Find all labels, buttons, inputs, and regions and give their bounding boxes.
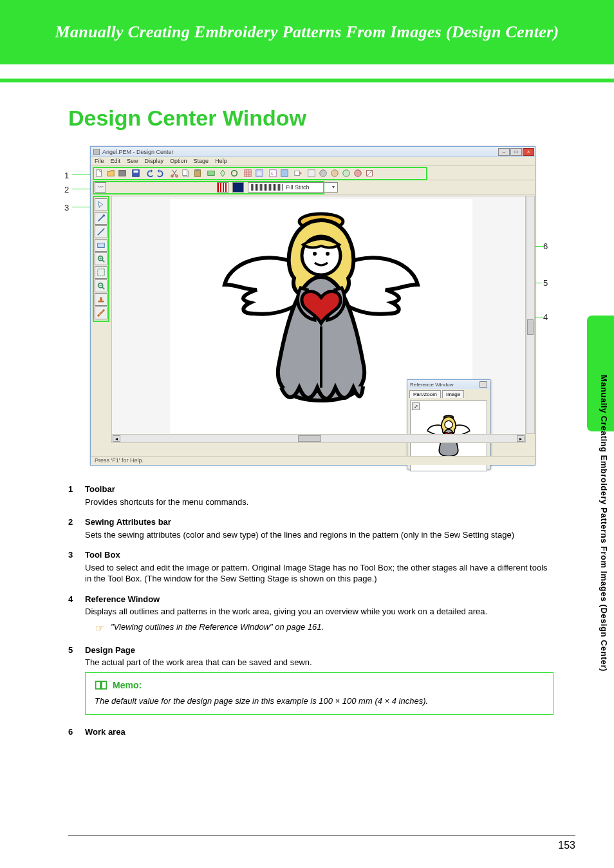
menu-stage[interactable]: Stage — [194, 158, 209, 165]
sewing-attributes-bar: 〰 Fill Stitch ▾ — [91, 180, 535, 194]
memo-text: The default value for the design page si… — [95, 695, 544, 707]
tool-f-icon[interactable] — [364, 167, 375, 178]
reference-window-title: Reference Window — [410, 382, 454, 388]
copy-icon[interactable] — [180, 167, 191, 178]
menu-option[interactable]: Option — [170, 158, 187, 165]
menu-edit[interactable]: Edit — [111, 158, 121, 165]
separator — [167, 167, 168, 178]
measure-tool-icon[interactable] — [95, 307, 107, 319]
legend-title: Sewing Attributes bar — [85, 516, 554, 528]
header-banner: Manually Creating Embroidery Patterns Fr… — [0, 0, 614, 64]
scroll-left-icon[interactable]: ◂ — [113, 435, 120, 442]
svg-rect-18 — [294, 171, 299, 175]
svg-point-11 — [231, 170, 237, 176]
reference-tab-panzoom[interactable]: Pan/Zoom — [409, 390, 441, 398]
menu-sew[interactable]: Sew — [127, 158, 138, 165]
embroidery-artwork — [218, 194, 424, 422]
zoom-out-tool-icon[interactable] — [95, 279, 107, 292]
new-icon[interactable] — [93, 167, 104, 178]
open-icon[interactable] — [105, 167, 116, 178]
tool-a-icon[interactable] — [306, 167, 317, 178]
footer-rule — [68, 835, 575, 836]
svg-rect-31 — [100, 297, 102, 301]
menu-file[interactable]: File — [95, 158, 104, 165]
stitch-sim-icon[interactable]: S — [267, 167, 278, 178]
tool-e-icon[interactable] — [352, 167, 363, 178]
point-edit-tool-icon[interactable] — [95, 212, 107, 225]
toolbar: S — [91, 166, 535, 180]
realistic-icon[interactable] — [279, 167, 290, 178]
preview-icon[interactable] — [254, 167, 265, 178]
tool-d-icon[interactable] — [340, 167, 351, 178]
vertical-scrollbar[interactable] — [526, 196, 535, 434]
svg-rect-30 — [98, 301, 104, 303]
zoom-fit-tool-icon[interactable] — [95, 266, 107, 279]
horizontal-scrollbar[interactable]: ◂ ▸ — [111, 434, 526, 443]
tool-box — [93, 196, 109, 322]
svg-rect-7 — [182, 169, 187, 175]
stitch-type-dropdown[interactable]: Fill Stitch ▾ — [248, 182, 338, 193]
tool-b-icon[interactable] — [317, 167, 328, 178]
svg-point-35 — [326, 252, 330, 256]
stage2-icon[interactable] — [217, 167, 228, 178]
separator — [290, 167, 292, 178]
menu-display[interactable]: Display — [145, 158, 164, 165]
svg-point-34 — [313, 252, 317, 256]
stitch-type-label: Fill Stitch — [286, 184, 310, 191]
close-button[interactable]: × — [523, 148, 534, 156]
maximize-button[interactable]: ▭ — [510, 148, 522, 156]
stage1-icon[interactable] — [205, 167, 216, 178]
paste-icon[interactable] — [192, 167, 203, 178]
reference-window-titlebar[interactable]: Reference Window — [407, 380, 490, 389]
legend-title: Tool Box — [85, 549, 554, 561]
grid-icon[interactable] — [242, 167, 253, 178]
tool-c-icon[interactable] — [329, 167, 340, 178]
svg-rect-1 — [118, 170, 126, 176]
save-icon[interactable] — [130, 167, 141, 178]
side-vertical-text: Manually Creating Embroidery Patterns Fr… — [599, 375, 609, 672]
scroll-thumb[interactable] — [527, 319, 534, 335]
select-tool-icon[interactable] — [95, 198, 107, 211]
stamp-tool-icon[interactable] — [95, 293, 107, 306]
undo-icon[interactable] — [144, 167, 154, 178]
line-stitch-swatch[interactable] — [217, 182, 228, 193]
callout-num-4: 4 — [543, 312, 548, 322]
cut-icon[interactable] — [169, 167, 180, 178]
line-tool-icon[interactable] — [95, 225, 107, 238]
zoom-in-tool-icon[interactable] — [95, 252, 107, 265]
stage3-icon[interactable] — [228, 167, 239, 178]
callout-num-3: 3 — [64, 203, 69, 212]
work-area[interactable]: Reference Window Pan/Zoom Image ⤢ — [111, 196, 526, 443]
import-icon[interactable] — [116, 167, 127, 178]
legend-num: 6 — [68, 726, 77, 739]
reference-window-button[interactable] — [479, 381, 487, 388]
svg-point-20 — [319, 169, 326, 176]
menu-help[interactable]: Help — [215, 158, 227, 165]
screenshot-figure: 1 2 3 6 5 4 Angel.PEM - Design Center – … — [64, 146, 554, 466]
legend-title: Reference Window — [85, 594, 554, 605]
svg-text:S: S — [270, 171, 273, 175]
svg-rect-17 — [281, 169, 288, 176]
send-icon[interactable] — [292, 167, 303, 178]
region-tool-icon[interactable] — [95, 239, 107, 252]
reference-tab-image[interactable]: Image — [442, 390, 464, 398]
legend-item: 3 Tool Box Used to select and edit the i… — [68, 549, 554, 585]
svg-rect-28 — [98, 269, 105, 276]
book-icon — [95, 680, 107, 690]
separator — [128, 167, 129, 178]
redo-icon[interactable] — [155, 167, 166, 178]
separator — [142, 167, 143, 178]
window-titlebar[interactable]: Angel.PEM - Design Center – ▭ × — [91, 147, 535, 157]
scroll-thumb[interactable] — [298, 435, 321, 442]
scroll-right-icon[interactable]: ▸ — [517, 435, 525, 442]
separator — [304, 167, 305, 178]
legend-item: 1 Toolbar Provides shortcuts for the men… — [68, 484, 554, 507]
line-toggle-icon[interactable]: 〰 — [95, 182, 106, 193]
legend-title: Design Page — [85, 645, 554, 656]
memo-box: Memo: The default value for the design p… — [85, 672, 554, 715]
region-color-swatch[interactable] — [232, 182, 244, 193]
statusbar: Press 'F1' for Help. — [91, 456, 535, 465]
app-window: Angel.PEM - Design Center – ▭ × File Edi… — [90, 146, 535, 466]
minimize-button[interactable]: – — [498, 148, 510, 156]
zoom-fit-icon[interactable]: ⤢ — [412, 402, 420, 410]
